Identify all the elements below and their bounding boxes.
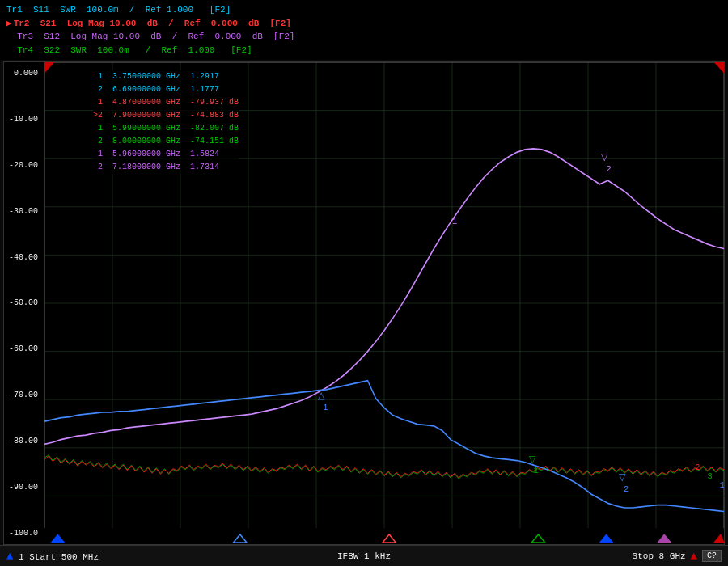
svg-text:3: 3	[708, 471, 713, 482]
y-label-2: -20.00	[7, 161, 41, 170]
y-label-7: -70.00	[7, 391, 41, 399]
svg-marker-24	[44, 62, 54, 73]
svg-text:△: △	[318, 391, 326, 403]
svg-marker-44	[599, 534, 612, 543]
start-freq-label: 1 Start 500 MHz	[19, 552, 99, 562]
marker-1-s22: 1 5.96000000 GHz 1.5824	[93, 148, 239, 161]
tr4-label: Tr4 S22 SWR 100.0m / Ref 1.000 [F2]	[6, 44, 722, 57]
svg-text:1: 1	[533, 466, 538, 476]
svg-marker-43	[531, 534, 544, 543]
svg-text:▽: ▽	[601, 152, 609, 164]
svg-marker-45	[658, 534, 671, 543]
chart-area: 0.000 -10.00 -20.00 -30.00 -40.00 -50.00…	[3, 61, 725, 545]
app: Tr1 S11 SWR 100.0m / Ref 1.000 [F2] ▶ Tr…	[0, 0, 728, 566]
grid-and-plot: △ 1 ▽ 2 1 2 3 1 ▽ 1 ▽ 2	[44, 62, 724, 544]
svg-marker-40	[51, 534, 64, 543]
svg-text:1: 1	[452, 217, 457, 227]
status-mode-box[interactable]: C?	[702, 550, 722, 562]
svg-text:▽: ▽	[529, 454, 537, 466]
triangle-row	[44, 528, 724, 544]
svg-text:1: 1	[720, 480, 724, 491]
marker-2-s21-active: >2 7.90000000 GHz -74.883 dB	[93, 109, 239, 122]
marker-1-s12: 1 5.99000000 GHz -82.007 dB	[93, 122, 239, 135]
stop-freq-label: Stop 8 GHz	[633, 551, 686, 561]
svg-text:2: 2	[695, 462, 700, 472]
svg-text:1: 1	[323, 402, 328, 412]
tr2-row: ▶ Tr2 S21 Log Mag 10.00 dB / Ref 0.000 d…	[6, 17, 722, 31]
status-stop: Stop 8 GHz ▲ C?	[483, 550, 722, 563]
tr3-label: Tr3 S12 Log Mag 10.00 dB / Ref 0.000 dB …	[6, 30, 722, 44]
marker-2-s22: 2 7.18000000 GHz 1.7314	[93, 161, 239, 174]
svg-text:2: 2	[607, 164, 612, 175]
header-info: Tr1 S11 SWR 100.0m / Ref 1.000 [F2] ▶ Tr…	[0, 0, 728, 60]
svg-marker-46	[714, 534, 724, 543]
marker-panel: 1 3.75000000 GHz 1.2917 2 6.69000000 GHz…	[93, 70, 239, 174]
marker-1-s21: 1 4.87000000 GHz -79.937 dB	[93, 96, 239, 109]
y-axis: 0.000 -10.00 -20.00 -30.00 -40.00 -50.00…	[4, 62, 44, 544]
svg-marker-41	[234, 534, 247, 543]
status-bar: ▲ 1 Start 500 MHz IFBW 1 kHz Stop 8 GHz …	[0, 545, 728, 566]
tr2-arrow: ▶	[6, 17, 12, 31]
y-label-1: -10.00	[7, 115, 41, 124]
stop-triangle-icon: ▲	[691, 550, 697, 563]
tr1-label: Tr1 S11 SWR 100.0m / Ref 1.000 [F2]	[6, 3, 722, 17]
y-label-0: 0.000	[7, 69, 41, 78]
triangle-svg	[44, 528, 724, 544]
y-label-5: -50.00	[7, 298, 41, 307]
tr2-label: Tr2 S21 Log Mag 10.00 dB / Ref 0.000 dB …	[14, 17, 291, 31]
y-label-9: -90.00	[7, 483, 41, 492]
status-start: ▲ 1 Start 500 MHz	[6, 550, 245, 563]
status-ifbw: IFBW 1 kHz	[245, 551, 484, 561]
y-label-8: -80.00	[7, 437, 41, 446]
marker-2-swr: 2 6.69000000 GHz 1.1777	[93, 83, 239, 96]
y-label-4: -40.00	[7, 253, 41, 262]
marker-2-s12: 2 8.00000000 GHz -74.151 dB	[93, 135, 239, 148]
y-label-3: -30.00	[7, 207, 41, 216]
svg-marker-25	[714, 62, 724, 73]
marker-1-swr: 1 3.75000000 GHz 1.2917	[93, 70, 239, 83]
svg-text:2: 2	[624, 484, 629, 494]
y-label-6: -60.00	[7, 344, 41, 353]
svg-text:▽: ▽	[619, 472, 627, 484]
y-label-10: -100.0	[7, 529, 41, 538]
svg-marker-42	[383, 534, 396, 543]
